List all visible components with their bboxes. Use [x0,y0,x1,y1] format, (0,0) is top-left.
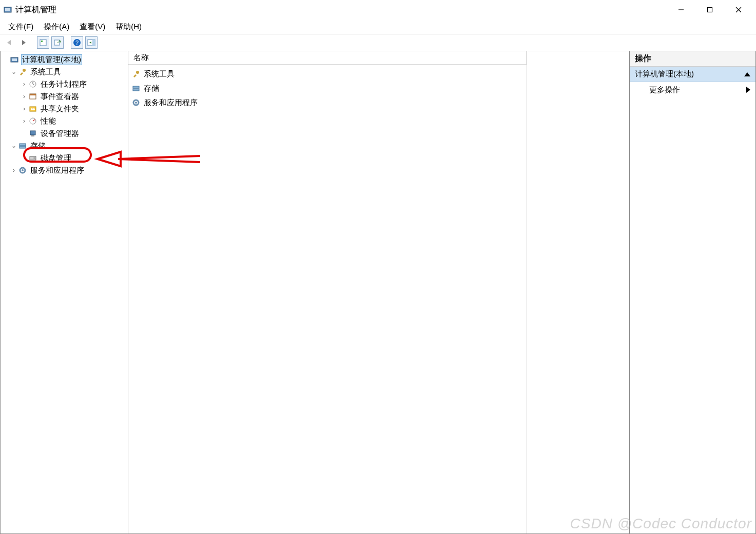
tree-event-viewer[interactable]: › 事件查看器 [2,90,127,103]
services-icon [18,166,27,175]
app-icon [3,5,12,14]
chevron-right-icon[interactable]: › [20,81,28,88]
chevron-right-icon[interactable]: › [10,167,18,174]
actions-section[interactable]: 计算机管理(本地) [630,67,755,82]
svg-rect-7 [41,41,43,42]
svg-rect-23 [30,131,35,135]
menu-bar: 文件(F) 操作(A) 查看(V) 帮助(H) [0,19,756,34]
performance-icon [28,116,37,126]
tree-system-tools[interactable]: ⌄ 系统工具 [2,66,127,78]
event-viewer-icon [28,92,37,101]
svg-point-21 [33,108,35,110]
tools-icon [131,69,141,78]
tree-task-scheduler[interactable]: › 任务计划程序 [2,78,127,90]
tree-storage[interactable]: ⌄ 存储 [2,140,127,152]
maximize-button[interactable] [695,0,724,19]
svg-rect-8 [54,40,60,45]
tree-root-label: 计算机管理(本地) [21,54,82,65]
list-item[interactable]: 系统工具 [128,67,527,81]
minimize-button[interactable] [667,0,695,19]
services-icon [131,98,141,107]
actions-header: 操作 [630,51,755,67]
list-item-label: 存储 [144,84,159,93]
tools-icon [18,67,27,76]
export-button[interactable] [51,36,64,49]
svg-rect-32 [133,86,139,88]
menu-action[interactable]: 操作(A) [38,21,74,33]
tree-services-apps[interactable]: › 服务和应用程序 [2,164,127,176]
window-controls [667,0,753,19]
svg-rect-12 [92,39,95,46]
show-pane-button[interactable] [85,36,98,49]
tree-shared-folders[interactable]: › 共享文件夹 [2,103,127,115]
svg-point-31 [136,71,139,74]
svg-point-15 [23,69,26,72]
tree-performance[interactable]: › 性能 [2,115,127,127]
back-button[interactable] [3,36,15,49]
chevron-right-icon[interactable]: › [20,105,28,112]
svg-point-35 [135,102,137,104]
computer-mgmt-icon [10,55,19,64]
actions-more[interactable]: 更多操作 [630,82,755,97]
svg-rect-25 [20,144,26,146]
center-panel: 名称 系统工具 存储 服务和应用程序 [128,51,630,534]
actions-section-label: 计算机管理(本地) [635,69,694,79]
tree-root[interactable]: 计算机管理(本地) [2,53,127,66]
chevron-down-icon[interactable]: ⌄ [10,142,18,149]
svg-text:?: ? [75,39,79,46]
chevron-right-icon [746,87,750,93]
workspace: 计算机管理(本地) ⌄ 系统工具 › 任务计划程序 › 事件查看器 › 共享文件… [0,51,756,534]
blank-pane [527,51,629,533]
menu-file[interactable]: 文件(F) [3,21,38,33]
watermark: CSDN @Codec Conductor [570,516,752,532]
help-button[interactable]: ? [71,36,83,49]
svg-rect-3 [708,8,712,12]
chevron-down-icon[interactable]: ⌄ [10,68,18,75]
nav-tree[interactable]: 计算机管理(本地) ⌄ 系统工具 › 任务计划程序 › 事件查看器 › 共享文件… [1,51,128,179]
forward-button[interactable] [17,36,30,49]
svg-rect-1 [5,8,10,11]
menu-view[interactable]: 查看(V) [74,21,110,33]
svg-point-30 [22,169,24,171]
menu-help[interactable]: 帮助(H) [110,21,147,33]
svg-point-20 [31,108,33,110]
list-item-label: 系统工具 [144,69,175,79]
chevron-right-icon[interactable]: › [20,93,28,100]
svg-rect-24 [31,135,34,136]
clock-icon [28,80,37,89]
title-bar: 计算机管理 [0,0,756,19]
list-header: 名称 [128,51,527,65]
tree-disk-management[interactable]: 磁盘管理 [2,152,127,164]
tree-device-manager[interactable]: 设备管理器 [2,127,127,140]
close-button[interactable] [724,0,753,19]
actions-panel: 操作 计算机管理(本地) 更多操作 [630,51,756,534]
storage-icon [18,141,27,150]
list-item-label: 服务和应用程序 [144,98,198,108]
storage-icon [131,84,141,93]
svg-rect-6 [40,39,46,46]
svg-rect-33 [133,89,139,91]
tree-panel: 计算机管理(本地) ⌄ 系统工具 › 任务计划程序 › 事件查看器 › 共享文件… [0,51,128,534]
disk-icon [28,153,37,163]
chevron-right-icon[interactable]: › [20,117,28,125]
list-view[interactable]: 名称 系统工具 存储 服务和应用程序 [128,51,527,533]
svg-point-28 [33,157,35,159]
shared-folders-icon [28,104,37,113]
device-manager-icon [28,129,37,138]
toolbar: ? [0,34,756,51]
svg-rect-19 [30,107,36,111]
properties-button[interactable] [37,36,49,49]
svg-rect-18 [30,94,36,95]
list-item[interactable]: 存储 [128,81,527,95]
svg-rect-26 [20,146,26,148]
collapse-icon [744,72,750,76]
svg-rect-14 [12,58,17,61]
list-item[interactable]: 服务和应用程序 [128,95,527,110]
actions-more-label: 更多操作 [649,85,680,95]
column-name[interactable]: 名称 [128,51,527,64]
window-title: 计算机管理 [15,5,56,15]
